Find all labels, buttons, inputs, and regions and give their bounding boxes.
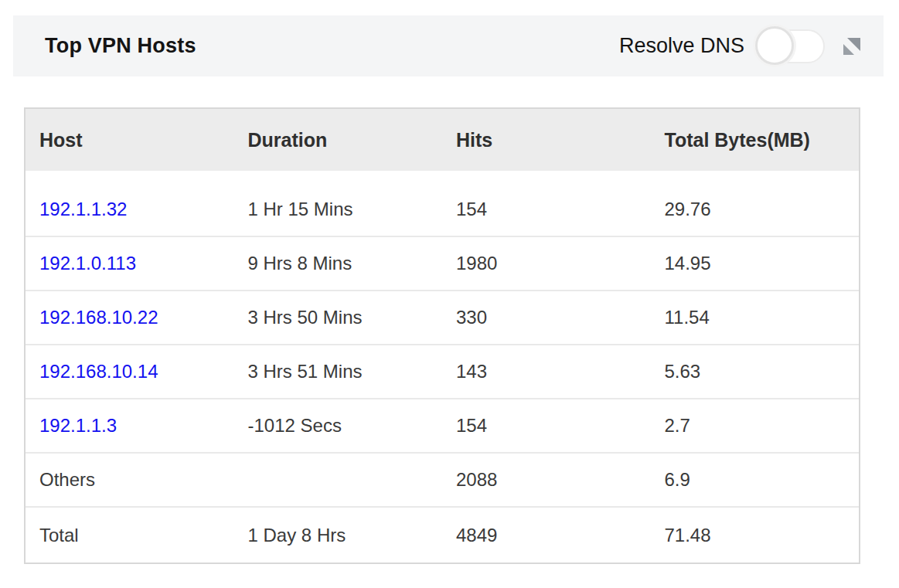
duration-cell: 9 Hrs 8 Mins [234,236,443,291]
column-header-total-bytes: Total Bytes(MB) [651,109,860,171]
widget-title-bar: Top VPN Hosts Resolve DNS [13,15,884,76]
duration-cell: 1 Hr 15 Mins [234,171,443,236]
duration-cell: 3 Hrs 51 Mins [234,345,443,399]
toggle-knob[interactable] [755,26,794,65]
duration-cell: -1012 Secs [234,399,443,453]
resolve-dns-toggle[interactable] [757,29,825,63]
duration-cell: 1 Day 8 Hrs [234,507,443,563]
column-header-hits: Hits [442,109,651,171]
hits-cell: 330 [442,291,651,345]
host-link[interactable]: 192.168.10.22 [26,291,234,345]
resolve-dns-label: Resolve DNS [619,34,744,58]
duration-cell: 3 Hrs 50 Mins [234,291,443,345]
hits-cell: 154 [442,399,651,453]
column-header-duration: Duration [234,109,443,171]
table-row: 192.168.10.14 3 Hrs 51 Mins 143 5.63 [26,345,859,399]
table-header-row: Host Duration Hits Total Bytes(MB) [26,109,859,171]
widget-title: Top VPN Hosts [45,34,196,58]
table-row: 192.1.0.113 9 Hrs 8 Mins 1980 14.95 [26,236,859,291]
title-bar-actions: Resolve DNS [619,29,860,63]
hits-cell: 2088 [442,453,651,507]
table-row: 192.168.10.22 3 Hrs 50 Mins 330 11.54 [26,291,859,345]
host-link[interactable]: 192.1.0.113 [26,236,234,291]
table-body: 192.1.1.32 1 Hr 15 Mins 154 29.76 192.1.… [26,171,859,563]
host-link[interactable]: 192.1.1.3 [26,399,234,453]
host-cell: Total [26,507,234,563]
total-bytes-cell: 5.63 [651,345,860,399]
table-row: 192.1.1.3 -1012 Secs 154 2.7 [26,399,859,453]
hits-cell: 154 [442,171,651,236]
total-bytes-cell: 6.9 [651,453,860,507]
expand-diagonal-icon[interactable] [843,38,860,55]
host-link[interactable]: 192.168.10.14 [26,345,234,399]
host-cell: Others [26,453,234,507]
column-header-host: Host [26,109,234,171]
table-row: 192.1.1.32 1 Hr 15 Mins 154 29.76 [26,171,859,236]
top-vpn-hosts-table: Host Duration Hits Total Bytes(MB) 192.1… [24,107,860,564]
total-bytes-cell: 2.7 [651,399,860,453]
hits-cell: 143 [442,345,651,399]
duration-cell [234,453,443,507]
total-bytes-cell: 71.48 [651,507,860,563]
hits-cell: 4849 [442,507,651,563]
hits-cell: 1980 [442,236,651,291]
host-link[interactable]: 192.1.1.32 [26,171,234,236]
total-bytes-cell: 14.95 [651,236,860,291]
total-bytes-cell: 11.54 [651,291,860,345]
total-bytes-cell: 29.76 [651,171,860,236]
table-row: Others 2088 6.9 [26,453,859,507]
table-row: Total 1 Day 8 Hrs 4849 71.48 [26,507,859,563]
